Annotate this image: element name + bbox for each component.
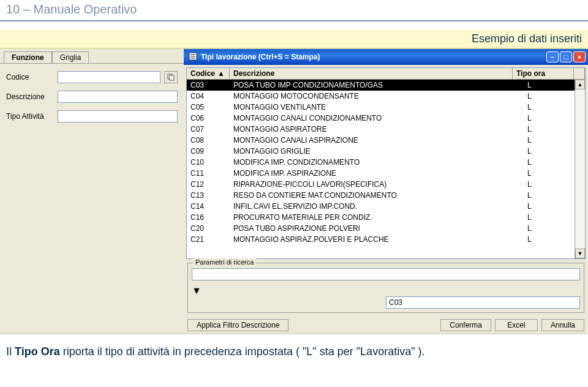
scroll-up-icon[interactable]: ▲ [575, 80, 585, 89]
table-row[interactable]: C08MONTAGGIO CANALI ASPIRAZIONEL [187, 135, 585, 146]
svg-rect-1 [170, 75, 174, 80]
cell-desc: RIPARAZIONE-PICCOLI LAVORI(SPECIFICA) [230, 180, 524, 189]
footnote: Il Tipo Ora riporta il tipo di attività … [0, 334, 588, 369]
cell-desc: POSA TUBO IMP CONDIZIONAMENTO/GAS [230, 81, 524, 89]
table-row[interactable]: C14INFIL.CAVI EL.SERVIZIO IMP.COND.L [187, 201, 585, 212]
table-row[interactable]: C12RIPARAZIONE-PICCOLI LAVORI(SPECIFICA)… [187, 179, 585, 190]
tab-funzione[interactable]: Funzione [4, 51, 52, 63]
confirm-button[interactable]: Conferma [440, 319, 491, 331]
cell-desc: MODIFICA IMP. ASPIRAZIONE [230, 169, 524, 178]
cell-code: C12 [187, 180, 230, 189]
copy-icon [167, 73, 175, 81]
table-row[interactable]: C11MODIFICA IMP. ASPIRAZIONEL [187, 168, 585, 179]
dropdown-arrow-icon[interactable]: ▼ [192, 285, 580, 296]
cell-code: C20 [187, 224, 230, 233]
page-header: 10 – Manuale Operativo [0, 0, 588, 21]
table-row[interactable]: C03POSA TUBO IMP CONDIZIONAMENTO/GASL [187, 80, 585, 91]
window-titlebar: Tipi lavorazione (Ctrl+S = Stampa) – □ × [184, 49, 588, 65]
col-header-tipo-ora[interactable]: Tipo ora [513, 68, 574, 79]
cancel-button[interactable]: Annulla [541, 319, 584, 331]
maximize-button[interactable]: □ [560, 51, 572, 62]
copy-button[interactable] [164, 71, 178, 83]
table-row[interactable]: C05MONTAGGIO VENTILANTEL [187, 102, 585, 113]
label-descrizione: Descrizione [6, 92, 54, 101]
cell-code: C04 [187, 92, 230, 100]
cell-code: C14 [187, 202, 230, 211]
search-parameters-group: Parametri di ricerca ▼ [187, 263, 584, 313]
table-row[interactable]: C04MONTAGGIO MOTOCONDENSANTEL [187, 91, 585, 102]
cell-code: C08 [187, 136, 230, 145]
screenshot-area: Funzione Griglia Codice Descrizione Tipo… [0, 49, 588, 334]
cell-desc: MONTAGGIO CANALI ASPIRAZIONE [230, 136, 524, 145]
cell-desc: MONTAGGIO MOTOCONDENSANTE [230, 92, 524, 100]
cell-code: C21 [187, 235, 230, 244]
search-input-codice[interactable] [386, 296, 580, 309]
cell-desc: MONTAGGIO GRIGLIE [230, 147, 524, 156]
close-button[interactable]: × [573, 51, 586, 62]
example-label: Esempio di dati inseriti [0, 30, 588, 49]
search-legend: Parametri di ricerca [193, 258, 256, 266]
cell-code: C03 [187, 81, 230, 89]
tab-bar: Funzione Griglia [0, 49, 184, 64]
cell-desc: MONTAGGIO ASPIRATORE [230, 125, 524, 133]
grid: Codice ▲ Descrizione Tipo ora C03POSA TU… [186, 67, 586, 259]
cell-code: C10 [187, 158, 230, 167]
table-row[interactable]: C07MONTAGGIO ASPIRATOREL [187, 124, 585, 135]
table-row[interactable]: C21MONTAGGIO ASPIRAZ.POLVERI E PLACCHEL [187, 234, 585, 245]
label-codice: Codice [6, 73, 54, 81]
cell-code: C09 [187, 147, 230, 156]
table-row[interactable]: C20POSA TUBO ASPIRAZIONE POLVERIL [187, 223, 585, 234]
table-row[interactable]: C13RESO DA CONTIERE MAT.CONDIZIONAMENTOL [187, 190, 585, 201]
input-tipo-attivita[interactable] [58, 110, 178, 122]
apply-filter-button[interactable]: Applica Filtro Descrizione [187, 319, 288, 331]
cell-desc: MONTAGGIO ASPIRAZ.POLVERI E PLACCHE [230, 235, 524, 244]
grid-body[interactable]: C03POSA TUBO IMP CONDIZIONAMENTO/GASLC04… [187, 80, 585, 258]
label-tipo-attivita: Tipo Attività [6, 112, 54, 121]
cell-desc: PROCURATO MATERIALE PER CONDIZ. [230, 213, 524, 222]
scrollbar-vertical[interactable]: ▲ ▼ [575, 80, 585, 258]
left-panel: Funzione Griglia Codice Descrizione Tipo… [0, 49, 184, 334]
cell-desc: MONTAGGIO VENTILANTE [230, 103, 524, 111]
tab-griglia[interactable]: Griglia [52, 51, 89, 63]
table-row[interactable]: C16PROCURATO MATERIALE PER CONDIZ.L [187, 212, 585, 223]
excel-button[interactable]: Excel [495, 319, 538, 331]
right-window: Tipi lavorazione (Ctrl+S = Stampa) – □ ×… [184, 49, 588, 334]
cell-code: C07 [187, 125, 230, 133]
cell-code: C05 [187, 103, 230, 111]
cell-code: C06 [187, 114, 230, 122]
cell-desc: MONTAGGIO CANALI CONDIZIONAMENTO [230, 114, 524, 122]
table-row[interactable]: C10MODIFICA IMP. CONDIZIONAMENTOL [187, 157, 585, 168]
table-row[interactable]: C09MONTAGGIO GRIGLIEL [187, 146, 585, 157]
window-title: Tipi lavorazione (Ctrl+S = Stampa) [201, 53, 320, 61]
cell-desc: MODIFICA IMP. CONDIZIONAMENTO [230, 158, 524, 167]
input-descrizione[interactable] [58, 91, 178, 103]
col-header-codice[interactable]: Codice ▲ [187, 68, 230, 79]
button-bar: Applica Filtro Descrizione Conferma Exce… [184, 317, 588, 334]
cell-code: C11 [187, 169, 230, 178]
cell-code: C13 [187, 191, 230, 200]
input-codice[interactable] [58, 71, 160, 83]
minimize-button[interactable]: – [546, 51, 559, 62]
sort-asc-icon: ▲ [217, 69, 225, 78]
search-input-descrizione[interactable] [192, 268, 580, 280]
cell-code: C16 [187, 213, 230, 222]
scroll-down-icon[interactable]: ▼ [575, 249, 585, 258]
cell-desc: RESO DA CONTIERE MAT.CONDIZIONAMENTO [230, 191, 524, 200]
app-icon [189, 52, 197, 62]
cell-desc: POSA TUBO ASPIRAZIONE POLVERI [230, 224, 524, 233]
col-header-descrizione[interactable]: Descrizione [230, 68, 513, 79]
cell-desc: INFIL.CAVI EL.SERVIZIO IMP.COND. [230, 202, 524, 211]
table-row[interactable]: C06MONTAGGIO CANALI CONDIZIONAMENTOL [187, 113, 585, 124]
